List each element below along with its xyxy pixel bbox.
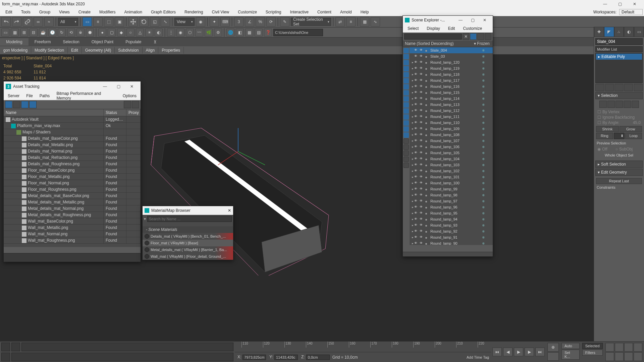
menu-modifiers[interactable]: Modifiers bbox=[95, 9, 120, 15]
asset-row[interactable]: Details_mat_Normal.pngFound bbox=[4, 148, 141, 155]
window-maximize-button[interactable]: ▢ bbox=[612, 0, 627, 8]
renderable-icon[interactable]: 👁 bbox=[420, 217, 425, 221]
menu-interactive[interactable]: Interactive bbox=[286, 9, 313, 15]
asset-tree-button[interactable] bbox=[13, 101, 20, 108]
grow-button[interactable]: Grow bbox=[620, 126, 642, 132]
expand-icon[interactable]: ▸ bbox=[411, 73, 414, 76]
scene-filter-button-15[interactable] bbox=[404, 138, 409, 144]
asset-row[interactable]: Wall_mat_Metallic.pngFound bbox=[4, 225, 141, 231]
primitive-button-27[interactable]: ◧ bbox=[236, 28, 244, 37]
dropdown-icon[interactable]: ▾ bbox=[144, 217, 146, 221]
modify-tab[interactable]: ◤ bbox=[604, 27, 614, 37]
visibility-icon[interactable]: 👁 bbox=[414, 217, 420, 221]
scene-explorer-scrollbar[interactable] bbox=[403, 252, 493, 256]
asset-row[interactable]: Wall_mat_Normal.pngFound bbox=[4, 231, 141, 237]
material-browser-window[interactable]: Material/Map Browser ✕ ▾ - Scene Materia… bbox=[142, 206, 233, 260]
frozen-icon[interactable]: ❄ bbox=[474, 169, 493, 173]
orbit-button[interactable] bbox=[624, 352, 633, 361]
ribbon-sub-properties[interactable]: Properties bbox=[158, 47, 184, 54]
maxscript-button[interactable] bbox=[1, 343, 10, 351]
scene-filter-button-11[interactable] bbox=[404, 114, 409, 120]
asset-menu-file[interactable]: File bbox=[23, 93, 35, 99]
expand-icon[interactable]: ▸ bbox=[411, 103, 414, 106]
modifier-list-dropdown[interactable]: Modifier List bbox=[595, 46, 643, 52]
scene-item[interactable]: ▸👁👁●Round_lamp_114❄ bbox=[410, 96, 493, 102]
window-close-button[interactable]: ✕ bbox=[627, 0, 642, 8]
frozen-icon[interactable]: ❄ bbox=[474, 187, 493, 191]
renderable-icon[interactable]: 👁 bbox=[420, 229, 425, 233]
asset-row[interactable]: Metal_details_mat_Roughness.pngFound bbox=[4, 212, 141, 218]
menu-edit[interactable]: Edit bbox=[1, 9, 16, 15]
material-row[interactable]: Details_mat ( VRayMtl ) [Bench_01, Bench… bbox=[143, 233, 233, 240]
asset-help-button[interactable] bbox=[132, 101, 139, 108]
scene-explorer-menu-select[interactable]: Select bbox=[404, 25, 422, 32]
scene-filter-button-4[interactable] bbox=[404, 72, 409, 77]
frozen-icon[interactable]: ❄ bbox=[474, 103, 493, 107]
expand-icon[interactable]: ▸ bbox=[411, 163, 414, 167]
scene-item[interactable]: ▸👁👁●Round_lamp_101❄ bbox=[410, 174, 493, 180]
visibility-icon[interactable]: 👁 bbox=[414, 181, 420, 185]
by-vertex-checkbox[interactable]: ☐By Vertex bbox=[596, 109, 642, 115]
visibility-icon[interactable]: 👁 bbox=[414, 199, 420, 203]
visibility-icon[interactable]: 👁 bbox=[414, 163, 420, 167]
ribbon-sub-align[interactable]: Align bbox=[143, 47, 159, 54]
asset-row[interactable]: Details_mat_Roughness.pngFound bbox=[4, 161, 141, 167]
vertex-subobj-button[interactable] bbox=[599, 101, 607, 108]
scene-explorer-window[interactable]: Scene Explorer -... — ▢ ✕ SelectDisplayE… bbox=[402, 15, 493, 257]
play-button[interactable]: ▶ bbox=[514, 348, 523, 356]
frozen-icon[interactable]: ❄ bbox=[474, 230, 493, 233]
renderable-icon[interactable]: 👁 bbox=[420, 211, 425, 215]
pin-stack-button[interactable] bbox=[595, 84, 604, 91]
ribbon-tab-modeling[interactable]: Modeling bbox=[0, 38, 29, 46]
expand-icon[interactable]: ▸ bbox=[411, 242, 414, 245]
select-by-name-button[interactable]: ≡ bbox=[93, 17, 103, 26]
asset-menu-options[interactable]: Options bbox=[120, 93, 139, 99]
frozen-icon[interactable]: ❄ bbox=[474, 157, 493, 161]
frozen-icon[interactable]: ❄ bbox=[474, 85, 493, 88]
primitive-button-11[interactable]: ● bbox=[98, 28, 106, 37]
bind-button[interactable]: ≈ bbox=[44, 17, 54, 26]
project-path-input[interactable] bbox=[273, 29, 323, 36]
scene-item[interactable]: ▸👁👁●Round_lamp_105❄ bbox=[410, 150, 493, 156]
goto-start-button[interactable]: ⏮ bbox=[492, 348, 502, 356]
visibility-icon[interactable]: 👁 bbox=[414, 223, 420, 227]
scene-item[interactable]: ▸👁👁●Round_lamp_106❄ bbox=[410, 144, 493, 150]
frozen-icon[interactable]: ❄ bbox=[474, 97, 493, 101]
scene-item[interactable]: ▸👁👁●Round_lamp_93❄ bbox=[410, 222, 493, 228]
frozen-icon[interactable]: ❄ bbox=[474, 205, 493, 209]
primitive-button-3[interactable]: ⊟ bbox=[30, 28, 38, 37]
scene-explorer-col-name[interactable]: Name (Sorted Descending) bbox=[403, 41, 472, 47]
frozen-icon[interactable]: ❄ bbox=[474, 224, 493, 227]
visibility-icon[interactable]: 👁 bbox=[414, 84, 420, 88]
scene-item[interactable]: ▸👁👁●Round_lamp_91❄ bbox=[410, 234, 493, 240]
display-tab[interactable]: ▭ bbox=[634, 27, 644, 37]
show-end-result-button[interactable] bbox=[605, 84, 614, 91]
menu-arnold[interactable]: Arnold bbox=[336, 9, 356, 15]
selected-dropdown[interactable]: Selected bbox=[582, 343, 603, 349]
visibility-icon[interactable]: 👁 bbox=[414, 78, 420, 82]
renderable-icon[interactable]: 👁 bbox=[420, 97, 425, 101]
visibility-icon[interactable]: 👁 bbox=[414, 169, 420, 173]
next-frame-button[interactable]: ▶ bbox=[525, 348, 534, 356]
expand-icon[interactable]: ▸ bbox=[411, 236, 414, 239]
asset-row[interactable]: Wall_mat_BaseColor.pngFound bbox=[4, 218, 141, 225]
scene-explorer-minimize-button[interactable]: — bbox=[454, 16, 467, 24]
frozen-icon[interactable]: ❄ bbox=[474, 163, 493, 167]
preview-off-radio[interactable]: ◉Off○SubObj bbox=[596, 146, 642, 152]
asset-list-button[interactable] bbox=[21, 101, 29, 108]
frozen-icon[interactable]: ❄ bbox=[474, 139, 493, 143]
scene-explorer-filter-button[interactable] bbox=[470, 33, 477, 40]
scene-filter-button-9[interactable] bbox=[404, 102, 409, 108]
primitive-button-0[interactable]: ▭ bbox=[1, 28, 9, 37]
frozen-icon[interactable]: ❄ bbox=[474, 212, 493, 215]
primitive-button-5[interactable]: 🕐 bbox=[48, 28, 56, 37]
zoom-button[interactable] bbox=[605, 343, 614, 352]
ring-button[interactable]: Ring bbox=[596, 133, 613, 139]
menu-tools[interactable]: Tools bbox=[17, 9, 35, 15]
frozen-icon[interactable]: ❄ bbox=[474, 115, 493, 119]
scene-item[interactable]: ▸👁👁●Round_lamp_92❄ bbox=[410, 228, 493, 234]
scene-item[interactable]: ▸👁👁●Round_lamp_98❄ bbox=[410, 192, 493, 198]
coord-y-input[interactable] bbox=[274, 355, 298, 360]
scene-item[interactable]: ▸👁👁●Round_lamp_96❄ bbox=[410, 204, 493, 210]
asset-grid[interactable]: Autodesk VaultLogged O...Platform_max_vr… bbox=[4, 116, 141, 247]
